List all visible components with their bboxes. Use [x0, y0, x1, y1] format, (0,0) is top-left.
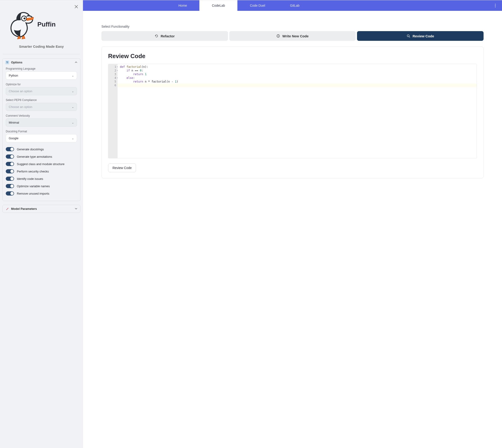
- segment-control: Refactor Write New Code Review Code: [101, 31, 484, 41]
- toggle-type-annotations[interactable]: [6, 155, 14, 159]
- toggle-unused-imports[interactable]: [6, 191, 14, 195]
- gutter-line: 2▾: [108, 69, 116, 72]
- chevron-down-icon: ⌄: [72, 121, 74, 124]
- toggle-row: Optimize variable names: [6, 182, 77, 190]
- tab-gitlab[interactable]: GitLab: [278, 0, 312, 11]
- gutter-line: 1▾: [108, 65, 116, 69]
- segment-write-new[interactable]: Write New Code: [229, 31, 356, 41]
- language-select[interactable]: Python ⌄: [6, 71, 77, 80]
- svg-rect-3: [6, 63, 8, 63]
- code-line: return n * factorial(n - 1): [118, 80, 477, 83]
- toggle-class-structure[interactable]: [6, 162, 14, 166]
- svg-point-4: [6, 61, 7, 62]
- toggle-label: Generate docstrings: [17, 147, 44, 151]
- toggle-row: Perform security checks: [6, 168, 77, 175]
- optimize-select[interactable]: Choose an option ⌄: [6, 87, 77, 95]
- gutter-line: 4▾: [108, 76, 116, 80]
- code-editor[interactable]: 1▾2▾34▾56 def factorial(n): if n == 0: r…: [108, 64, 477, 159]
- field-label-language: Programming Language: [6, 67, 77, 70]
- segment-label: Review Code: [413, 34, 434, 38]
- sliders-icon: [5, 60, 9, 64]
- chevron-down-icon: ⌄: [72, 105, 74, 109]
- tab-codelab[interactable]: CodeLab: [199, 0, 237, 11]
- editor-gutter: 1▾2▾34▾56: [108, 64, 118, 158]
- field-label-optimize: Optimize for: [6, 83, 77, 86]
- tab-code-duel[interactable]: Code Duel: [237, 0, 278, 11]
- review-code-button[interactable]: Review Code: [108, 163, 136, 172]
- verbosity-select[interactable]: Minimal ⌄: [6, 118, 77, 127]
- kebab-menu-button[interactable]: [491, 0, 499, 11]
- toggle-label: Suggest class and module structure: [17, 162, 64, 166]
- divider: [3, 54, 80, 54]
- model-parameters-panel: Model Parameters: [2, 205, 80, 213]
- search-icon: [407, 34, 410, 38]
- code-line: [118, 83, 477, 87]
- code-line: if n == 0:: [118, 69, 477, 72]
- app-tagline: Smarter Coding Made Easy: [0, 42, 83, 54]
- svg-point-10: [278, 35, 278, 35]
- options-panel-title: Options: [11, 61, 22, 64]
- toggle-variable-names[interactable]: [6, 184, 14, 188]
- refresh-icon: [155, 34, 158, 38]
- toggle-security-checks[interactable]: [6, 169, 14, 173]
- chevron-down-icon: ⌄: [72, 74, 74, 77]
- optimize-select-placeholder: Choose an option: [9, 89, 32, 93]
- toggle-row: Suggest class and module structure: [6, 160, 77, 168]
- chevron-down-icon: ⌄: [72, 137, 74, 140]
- main: Home CodeLab Code Duel GitLab Select Fun…: [83, 0, 502, 448]
- options-panel-header[interactable]: Options: [2, 59, 80, 66]
- docstring-select[interactable]: Google ⌄: [6, 134, 77, 142]
- field-label-pep8: Select PEP8 Compliance: [6, 98, 77, 102]
- kebab-icon: [495, 4, 496, 7]
- code-line: def factorial(n):: [118, 65, 477, 69]
- code-line: return 1: [118, 72, 477, 76]
- verbosity-select-value: Minimal: [9, 121, 19, 124]
- svg-point-1: [24, 17, 26, 20]
- app-name: Puffin: [37, 21, 56, 28]
- gutter-line: 5: [108, 80, 116, 83]
- chevron-up-icon: [75, 61, 78, 64]
- wand-icon: [5, 207, 9, 211]
- pep8-select-placeholder: Choose an option: [9, 105, 32, 109]
- tab-home[interactable]: Home: [166, 0, 199, 11]
- segment-label: Refactor: [161, 34, 175, 38]
- field-label-docstring: Docstring Format: [6, 130, 77, 133]
- review-card: Review Code 1▾2▾34▾56 def factorial(n): …: [101, 46, 484, 178]
- toggle-label: Generate type annotations: [17, 155, 52, 159]
- close-sidebar-button[interactable]: [73, 3, 80, 10]
- chevron-down-icon: [75, 207, 78, 211]
- svg-point-8: [495, 6, 496, 7]
- segment-review-code[interactable]: Review Code: [357, 31, 484, 41]
- segment-refactor[interactable]: Refactor: [101, 31, 228, 41]
- model-parameters-title: Model Parameters: [11, 207, 37, 210]
- toggle-row: Generate docstrings: [6, 145, 77, 153]
- toggle-label: Optimize variable names: [17, 184, 50, 188]
- toggle-row: Generate type annotations: [6, 153, 77, 160]
- card-title: Review Code: [108, 53, 477, 60]
- toggle-row: Remove unused imports: [6, 190, 77, 197]
- chevron-down-icon: ⌄: [72, 90, 74, 93]
- language-select-value: Python: [9, 74, 18, 77]
- toggle-generate-docstrings[interactable]: [6, 147, 14, 151]
- model-parameters-header[interactable]: Model Parameters: [2, 205, 80, 213]
- sidebar: Puffin Smarter Coding Made Easy Options …: [0, 0, 83, 448]
- svg-rect-11: [278, 36, 278, 37]
- gutter-line: 3: [108, 72, 116, 76]
- section-label: Select Functionality: [101, 25, 484, 28]
- toggle-row: Identify code issues: [6, 175, 77, 182]
- field-label-verbosity: Comment Verbosity: [6, 114, 77, 117]
- app-logo: [5, 9, 35, 39]
- toggle-label: Perform security checks: [17, 170, 49, 173]
- toggle-label: Identify code issues: [17, 177, 43, 180]
- svg-point-5: [7, 63, 8, 63]
- gutter-line: 6: [108, 83, 116, 87]
- editor-code-area[interactable]: def factorial(n): if n == 0: return 1 el…: [118, 64, 477, 158]
- svg-rect-2: [6, 62, 8, 62]
- close-icon: [75, 5, 78, 8]
- pep8-select[interactable]: Choose an option ⌄: [6, 103, 77, 111]
- svg-point-7: [495, 5, 496, 6]
- toggle-code-issues[interactable]: [6, 177, 14, 181]
- segment-label: Write New Code: [282, 34, 309, 38]
- code-line: else:: [118, 76, 477, 80]
- toggle-label: Remove unused imports: [17, 192, 49, 195]
